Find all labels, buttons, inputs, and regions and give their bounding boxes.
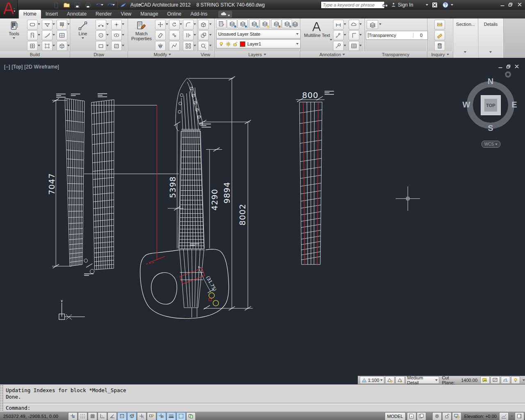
transparency-value[interactable]: 0 — [413, 33, 426, 38]
tab-render[interactable]: Render — [91, 10, 116, 18]
tab-view[interactable]: View — [116, 10, 136, 18]
column-grid-dropdown[interactable] — [67, 23, 70, 25]
structural-grid-dropdown[interactable] — [52, 45, 55, 46]
transparency-layers-button[interactable] — [367, 20, 378, 29]
dynamic-ucs-toggle[interactable] — [137, 412, 146, 420]
sign-in-button[interactable] — [390, 2, 397, 8]
rectangle-dropdown[interactable] — [106, 45, 109, 46]
knob-circle-1[interactable] — [209, 293, 215, 299]
point-dropdown[interactable] — [122, 23, 124, 25]
panel-label-annotation[interactable]: Annotation — [300, 51, 364, 58]
multiline-text-button[interactable]: Multiline Text — [304, 20, 331, 51]
mirror-button[interactable] — [155, 41, 166, 51]
save-button[interactable] — [72, 1, 82, 9]
redo-dropdown[interactable] — [112, 4, 115, 6]
fretboard-flat-view-2[interactable] — [91, 100, 114, 270]
panel-label-modify[interactable]: Modify — [128, 51, 197, 58]
ordinate-dropdown[interactable] — [359, 34, 362, 36]
point-tool-button[interactable] — [111, 20, 122, 30]
workspace-button[interactable] — [118, 1, 128, 9]
mass-element-tool-button[interactable] — [57, 41, 67, 51]
sign-in-dropdown[interactable] — [426, 4, 428, 6]
tag-leader-dropdown[interactable] — [344, 45, 346, 46]
roof-tool-button[interactable] — [42, 20, 52, 30]
ellipse-dropdown[interactable] — [122, 34, 124, 36]
leader-button[interactable] — [333, 30, 344, 40]
circle-dropdown[interactable] — [106, 34, 109, 36]
body-outline[interactable] — [140, 249, 229, 319]
display-config-button[interactable] — [511, 376, 520, 384]
toolbar-lock-button[interactable] — [442, 412, 452, 420]
model-space-viewport[interactable]: .w{stroke:#ffffff;stroke-width:1;fill:no… — [0, 58, 525, 384]
tools-button[interactable]: Tools — [2, 20, 25, 51]
red-layer-entities[interactable] — [146, 105, 211, 301]
tab-addins[interactable]: Add-Ins — [186, 10, 212, 18]
dimension-button[interactable] — [333, 20, 344, 30]
tab-online[interactable]: Online — [163, 10, 186, 18]
undo-dropdown[interactable] — [101, 4, 103, 6]
tab-insert[interactable]: Insert — [41, 10, 62, 18]
drawing-canvas[interactable]: .w{stroke:#ffffff;stroke-width:1;fill:no… — [0, 58, 525, 384]
viewcube-top-face[interactable]: TOP — [481, 95, 501, 115]
door-dropdown[interactable] — [38, 34, 40, 36]
rotate-dropdown[interactable] — [180, 23, 182, 25]
transparency-input[interactable]: Transparency 0 — [366, 31, 428, 40]
elevation-value[interactable]: +0.00 — [485, 414, 497, 419]
revision-cloud-button[interactable] — [349, 20, 359, 30]
hardware-acceleration-button[interactable] — [452, 412, 461, 420]
search-button[interactable] — [382, 2, 388, 8]
polar-tracking-toggle[interactable] — [107, 412, 117, 420]
tag-leader-button[interactable] — [333, 41, 344, 51]
elevation-surface-button[interactable] — [499, 412, 509, 420]
autoscale-button[interactable] — [395, 376, 405, 384]
search-input[interactable] — [321, 1, 385, 9]
viewcube-north[interactable]: N — [486, 77, 495, 86]
leader-dropdown[interactable] — [344, 34, 346, 36]
surface-hatch-button[interactable] — [491, 376, 500, 384]
erase-button[interactable] — [155, 30, 166, 40]
ortho-toggle[interactable] — [98, 412, 107, 420]
roof-dropdown[interactable] — [52, 23, 55, 25]
viewport-controls-label[interactable]: [−] [Top] [2D Wireframe] — [4, 64, 59, 70]
multiline-text-dropdown[interactable] — [330, 39, 332, 41]
window-dropdown[interactable] — [38, 45, 40, 46]
wcs-dropdown[interactable]: WCS — [482, 141, 500, 148]
wall-tool-button[interactable] — [27, 20, 38, 30]
ellipse-tool-button[interactable] — [111, 30, 122, 40]
knob-circle-2[interactable] — [213, 300, 219, 306]
measure-distance-button[interactable] — [434, 20, 445, 30]
help-dropdown[interactable] — [451, 4, 453, 6]
project-navigator-button[interactable] — [480, 376, 490, 384]
lineweight-toggle[interactable] — [167, 412, 176, 420]
circle-tool-button[interactable] — [96, 30, 106, 40]
window-tool-button[interactable] — [27, 41, 38, 51]
fillet-dropdown[interactable] — [194, 23, 196, 25]
match-properties-button[interactable]: Match Properties — [129, 20, 154, 51]
offset-dropdown[interactable] — [194, 34, 196, 36]
visual-style-dropdown[interactable] — [209, 23, 212, 25]
offset-button[interactable] — [183, 30, 194, 40]
array-dropdown[interactable] — [194, 45, 196, 46]
cut-plane-value[interactable]: 1400.00 — [461, 378, 477, 383]
command-prompt[interactable]: Command: — [6, 405, 30, 411]
fillet-button[interactable] — [183, 20, 194, 30]
open-button[interactable] — [62, 1, 71, 9]
connect-menu-button[interactable] — [218, 11, 232, 18]
application-menu-button[interactable] — [0, 0, 18, 18]
column-grid-tool-button[interactable] — [57, 20, 67, 30]
dimension-dropdown[interactable] — [344, 23, 346, 25]
ordinate-dimension-button[interactable] — [349, 30, 359, 40]
layer-isolate-button[interactable] — [227, 19, 237, 28]
snap-toggle[interactable] — [78, 412, 87, 420]
new-button[interactable] — [51, 1, 61, 9]
plot-button[interactable] — [83, 1, 93, 9]
grid-toggle[interactable] — [88, 412, 97, 420]
named-view-button[interactable] — [198, 30, 209, 40]
layer-off-button[interactable] — [260, 19, 270, 28]
viewport-restore-button[interactable] — [506, 64, 511, 69]
layer-freeze-button[interactable] — [249, 19, 259, 28]
help-button[interactable] — [442, 2, 449, 8]
section-panel-expander[interactable] — [464, 51, 466, 53]
toolbar-overflow-arrow[interactable] — [523, 379, 525, 381]
revision-cloud-dropdown[interactable] — [359, 23, 362, 25]
